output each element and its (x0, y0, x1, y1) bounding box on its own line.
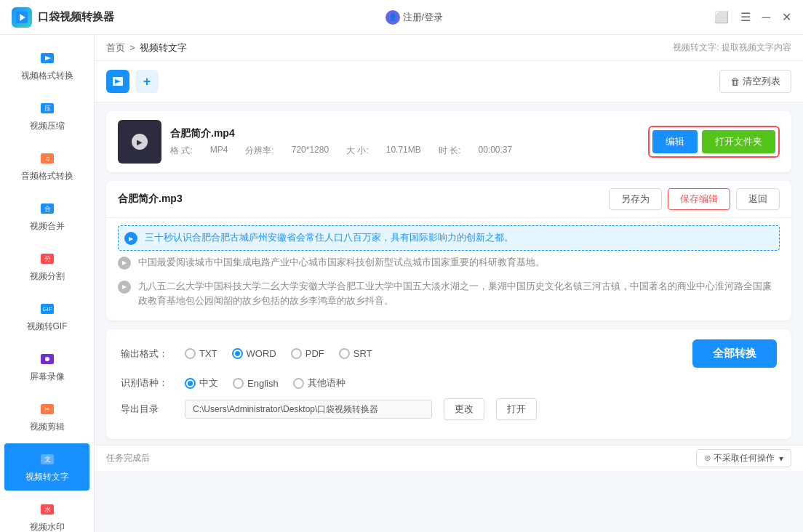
sidebar-label-audio-format: 音频格式转换 (21, 170, 73, 182)
edit-actions: 另存为 保存编辑 返回 (609, 188, 780, 210)
sidebar-item-audio-format[interactable]: ♫ 音频格式转换 (4, 142, 89, 190)
file-size: 10.71MB (386, 145, 421, 157)
sidebar-item-video-compress[interactable]: 压 视频压缩 (4, 92, 89, 140)
open-path-button[interactable]: 打开 (496, 398, 537, 420)
sidebar-item-video-watermark[interactable]: 水 视频水印 (4, 493, 89, 532)
svg-text:♫: ♫ (44, 155, 49, 162)
change-path-button[interactable]: 更改 (444, 398, 484, 420)
lang-chinese[interactable]: 中文 (185, 376, 218, 390)
svg-text:分: 分 (44, 255, 50, 262)
file-meta: 格 式: MP4 分辨率: 720*1280 大 小: 10.71MB 时 长:… (170, 145, 639, 157)
video-gif-icon: GIF (39, 300, 56, 318)
line-play-2: ▶ (118, 257, 131, 270)
export-label: 导出目录 (121, 403, 173, 416)
screen-record-icon (39, 350, 56, 368)
svg-text:合: 合 (44, 205, 50, 212)
minimize-button[interactable]: ─ (762, 11, 770, 24)
text-editor: ▶ 三十秒认识合肥合肥古城庐州安徽省会常住人口八百万家，具有国际影响力的创新之都… (106, 218, 791, 321)
toolbar: + 🗑 清空列表 (95, 61, 803, 102)
format-row: 输出格式： TXT WORD PDF (121, 339, 777, 368)
sidebar-item-screen-record[interactable]: 屏幕录像 (4, 343, 89, 390)
content-area: 首页 > 视频转文字 视频转文字: 提取视频文字内容 + 🗑 清空列表 (95, 35, 803, 532)
sidebar-label-video-split: 视频分割 (30, 270, 65, 283)
language-row: 识别语种： 中文 English 其他语种 (121, 376, 777, 390)
line-text-1: 三十秒认识合肥合肥古城庐州安徽省会常住人口八百万家，具有国际影响力的创新之都。 (145, 230, 514, 246)
text-line-3[interactable]: ▶ 九八五二幺大学中国科技大学二幺大学安徽大学合肥工业大学中国五大淡水湖之一，巢… (118, 275, 780, 314)
text-line-1[interactable]: ▶ 三十秒认识合肥合肥古城庐州安徽省会常住人口八百万家，具有国际影响力的创新之都… (118, 225, 780, 251)
language-radio-group: 中文 English 其他语种 (185, 376, 345, 390)
word-radio (232, 348, 243, 359)
titlebar-center: 👤 注册/登录 (114, 10, 714, 25)
clear-list-button[interactable]: 🗑 清空列表 (719, 70, 791, 93)
save-as-button[interactable]: 另存为 (609, 188, 662, 210)
svg-text:✂: ✂ (44, 406, 50, 413)
breadcrumb: 首页 > 视频转文字 视频转文字: 提取视频文字内容 (95, 35, 803, 61)
user-icon: 👤 (385, 10, 400, 25)
pdf-radio (291, 348, 302, 359)
sidebar-label-video-edit: 视频剪辑 (30, 421, 65, 433)
sidebar: 视频格式转换 压 视频压缩 ♫ 音频格式转换 (0, 35, 95, 532)
back-button[interactable]: 返回 (736, 188, 780, 210)
sidebar-item-video-gif[interactable]: GIF 视频转GIF (4, 293, 89, 340)
video-split-icon: 分 (39, 250, 56, 267)
language-label: 识别语种： (121, 376, 173, 390)
lang-english[interactable]: English (233, 378, 279, 389)
video-edit-icon: ✂ (39, 400, 56, 418)
close-button[interactable]: ✕ (782, 10, 791, 24)
format-txt[interactable]: TXT (185, 348, 217, 359)
format-srt[interactable]: SRT (339, 348, 372, 359)
breadcrumb-home[interactable]: 首页 (106, 41, 125, 55)
sidebar-item-video-text[interactable]: 文 视频转文字 (4, 443, 89, 491)
edit-header: 合肥简介.mp3 另存为 保存编辑 返回 (106, 181, 791, 218)
text-line-2[interactable]: ▶ 中国最爱阅读城市中国集成电路产业中心城市国家科技创新型试点城市国家重要的科研… (118, 251, 780, 275)
sidebar-item-video-merge[interactable]: 合 视频合并 (4, 193, 89, 240)
format-radio-group: TXT WORD PDF SRT (185, 348, 372, 359)
line-text-2: 中国最爱阅读城市中国集成电路产业中心城市国家科技创新型试点城市国家重要的科研教育… (138, 255, 545, 270)
plus-icon: + (143, 74, 151, 89)
status-action-dropdown[interactable]: ⊙ 不采取任何操作 ▾ (696, 449, 791, 467)
sidebar-item-video-format[interactable]: 视频格式转换 (4, 42, 89, 89)
format-pdf[interactable]: PDF (291, 348, 324, 359)
chevron-down-icon: ▾ (779, 454, 783, 464)
sidebar-label-video-gif: 视频转GIF (27, 321, 68, 333)
edit-button[interactable]: 编辑 (652, 130, 698, 153)
audio-format-icon: ♫ (39, 150, 56, 167)
sidebar-label-video-merge: 视频合并 (30, 220, 65, 233)
chinese-label: 中文 (199, 376, 218, 390)
app-title: 口袋视频转换器 (38, 10, 114, 24)
file-resolution: 720*1280 (292, 145, 329, 157)
file-duration-label: 时 长: (439, 145, 461, 157)
add-more-button[interactable]: + (135, 70, 159, 93)
format-label: 输出格式： (121, 347, 173, 360)
lang-other[interactable]: 其他语种 (293, 376, 345, 390)
export-row: 导出目录 更改 打开 (121, 398, 777, 420)
line-play-3: ▶ (118, 281, 131, 294)
other-label: 其他语种 (308, 376, 345, 390)
sidebar-item-video-split[interactable]: 分 视频分割 (4, 243, 89, 290)
menu-button[interactable]: ☰ (740, 10, 751, 24)
main-layout: 视频格式转换 压 视频压缩 ♫ 音频格式转换 (0, 35, 803, 532)
english-label: English (247, 378, 279, 389)
file-item: ▶ 合肥简介.mp4 格 式: MP4 分辨率: 720*1280 大 小: 1… (106, 111, 791, 172)
save-edit-button[interactable]: 保存编辑 (668, 188, 730, 210)
open-folder-button[interactable]: 打开文件夹 (702, 130, 775, 153)
restore-button[interactable]: ⬜ (714, 10, 729, 24)
logo-icon (12, 7, 32, 28)
add-file-button[interactable] (106, 70, 129, 93)
format-word[interactable]: WORD (232, 348, 276, 359)
sidebar-label-screen-record: 屏幕录像 (30, 371, 65, 383)
convert-all-button[interactable]: 全部转换 (692, 339, 777, 368)
login-button[interactable]: 👤 注册/登录 (385, 10, 444, 25)
txt-radio (185, 348, 196, 359)
pdf-label: PDF (305, 348, 324, 359)
svg-text:文: 文 (44, 456, 50, 463)
export-path-input[interactable] (185, 400, 432, 419)
sidebar-label-video-compress: 视频压缩 (30, 120, 65, 132)
sidebar-item-video-edit[interactable]: ✂ 视频剪辑 (4, 393, 89, 440)
srt-label: SRT (353, 348, 372, 359)
line-play-1: ▶ (124, 232, 137, 245)
app-logo: 口袋视频转换器 (12, 7, 114, 28)
play-icon: ▶ (132, 134, 148, 150)
statusbar: 任务完成后 ⊙ 不采取任何操作 ▾ (95, 445, 803, 471)
file-actions-wrapper: 编辑 打开文件夹 (648, 126, 780, 158)
